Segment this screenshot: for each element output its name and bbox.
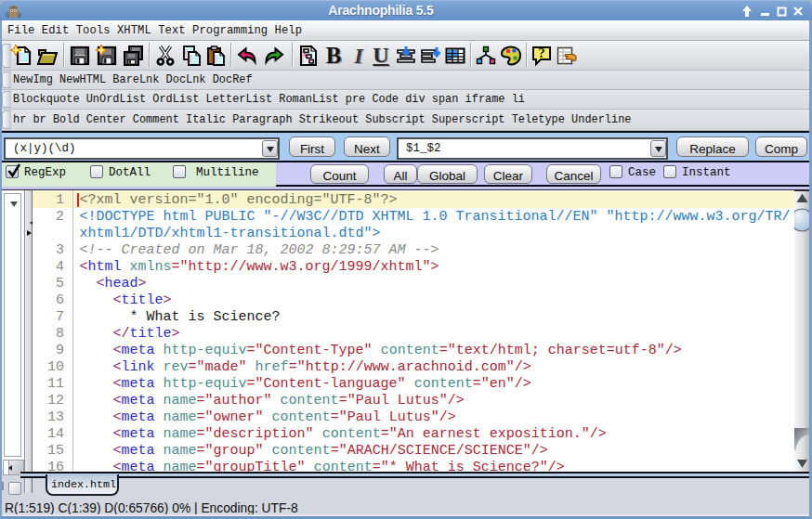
svg-text:?: ? xyxy=(538,45,545,60)
